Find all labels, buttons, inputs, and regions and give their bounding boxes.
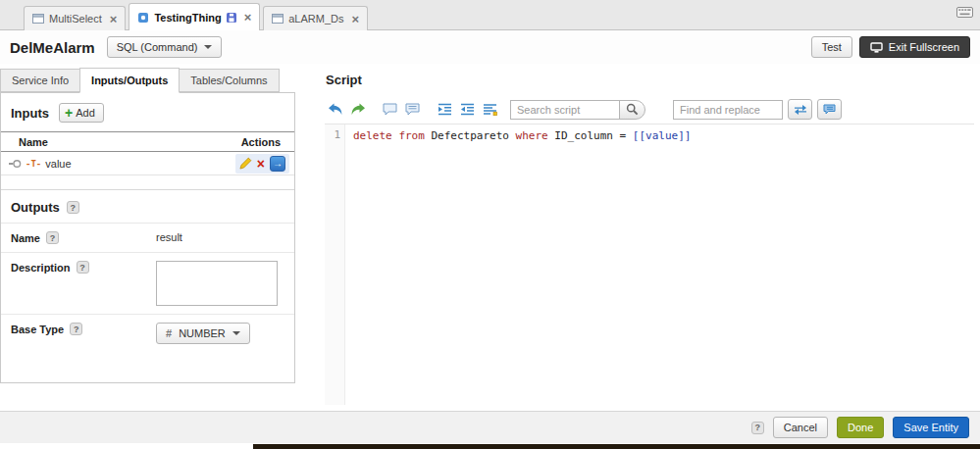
base-type-dropdown[interactable]: # NUMBER: [156, 323, 250, 344]
header-actions: Test Exit Fullscreen: [811, 36, 970, 58]
edit-icon[interactable]: [239, 157, 252, 170]
indent-button[interactable]: [435, 99, 455, 120]
window-icon: [32, 14, 44, 24]
script-toolbar: [325, 98, 842, 121]
uncomment-button[interactable]: [402, 99, 423, 120]
row-actions: × →: [235, 154, 289, 174]
output-description-row: Description ?: [1, 252, 294, 314]
inputs-header: Inputs + Add: [1, 93, 294, 131]
find-replace-input[interactable]: [673, 100, 783, 120]
undo-icon: [328, 103, 343, 116]
service-header: DelMeAlarm SQL (Command) Test Exit Fulls…: [0, 30, 980, 64]
window-icon: [272, 14, 284, 24]
search-button[interactable]: [619, 100, 645, 120]
number-type-icon: #: [166, 327, 172, 339]
taskbar-strip: [253, 444, 980, 449]
code-line[interactable]: delete from Defectpareto where ID_column…: [353, 128, 691, 143]
description-label-wrap: Description ?: [11, 261, 156, 274]
add-input-button[interactable]: + Add: [59, 103, 104, 123]
tab-label: aLARM_Ds: [288, 13, 343, 25]
format-button[interactable]: [480, 99, 500, 120]
replace-all-icon: [823, 104, 837, 116]
input-name: value: [45, 158, 71, 170]
window-tab-bar: MultiSelect × TestingThing × aLARM_Ds ×: [0, 0, 980, 30]
app-root: MultiSelect × TestingThing × aLARM_Ds ×: [0, 0, 980, 449]
tab-label: MultiSelect: [49, 13, 102, 25]
exit-fullscreen-button[interactable]: Exit Fullscreen: [859, 36, 970, 58]
inputs-table-header: Name Actions: [1, 131, 294, 152]
keyboard-shortcuts-button[interactable]: [956, 6, 973, 21]
output-name-label-wrap: Name ?: [11, 231, 156, 244]
outdent-icon: [460, 103, 475, 116]
delete-icon[interactable]: ×: [257, 157, 265, 171]
thing-icon: [137, 12, 149, 24]
tab-inputs-outputs[interactable]: Inputs/Outputs: [79, 68, 180, 93]
format-code-icon: [483, 103, 497, 116]
monitor-icon: [870, 42, 883, 53]
test-button[interactable]: Test: [811, 36, 852, 58]
cancel-button[interactable]: Cancel: [773, 417, 828, 438]
tab-alarm-ds[interactable]: aLARM_Ds ×: [263, 6, 368, 30]
replace-icon: [794, 104, 807, 116]
replace-all-button[interactable]: [817, 99, 842, 120]
output-name-label: Name: [11, 232, 40, 244]
exit-fullscreen-label: Exit Fullscreen: [889, 41, 959, 53]
help-icon[interactable]: ?: [46, 231, 59, 244]
open-arrow-icon[interactable]: →: [270, 156, 285, 172]
help-icon[interactable]: ?: [70, 323, 82, 335]
code-editor[interactable]: 1 delete from Defectpareto where ID_colu…: [325, 124, 974, 405]
description-textarea[interactable]: [156, 261, 278, 306]
base-type-label-wrap: Base Type ?: [11, 323, 156, 335]
search-icon: [626, 103, 639, 116]
tab-multiselect[interactable]: MultiSelect ×: [24, 6, 126, 30]
save-entity-button[interactable]: Save Entity: [893, 417, 969, 438]
comment-bubble-icon: [383, 103, 397, 116]
outdent-button[interactable]: [457, 99, 478, 120]
close-icon[interactable]: ×: [351, 13, 359, 25]
done-button[interactable]: Done: [837, 417, 884, 438]
output-name-row: Name ? result: [1, 223, 294, 252]
script-search: [510, 100, 645, 120]
chevron-down-icon: [204, 45, 212, 49]
tab-label: TestingThing: [154, 12, 221, 24]
plus-icon: +: [65, 106, 73, 120]
outputs-title: Outputs: [11, 200, 60, 215]
replace-button[interactable]: [788, 99, 812, 120]
column-header-name: Name: [19, 136, 48, 148]
undo-button[interactable]: [325, 99, 345, 120]
column-header-actions: Actions: [241, 136, 281, 148]
chevron-down-icon: [232, 331, 240, 335]
search-script-input[interactable]: [510, 100, 620, 120]
outputs-header: Outputs ?: [1, 190, 294, 223]
close-icon[interactable]: ×: [110, 13, 118, 25]
help-icon[interactable]: ?: [77, 261, 89, 274]
inputs-outputs-panel: Inputs + Add Name Actions -T- value × →: [0, 92, 295, 383]
output-name-value: result: [156, 231, 284, 244]
base-type-label: Base Type: [11, 324, 64, 335]
close-icon[interactable]: ×: [244, 11, 252, 24]
comment-lines-icon: [405, 103, 420, 116]
footer-bar: ? Cancel Done Save Entity: [0, 411, 980, 443]
tab-service-info[interactable]: Service Info: [0, 69, 80, 92]
comment-button[interactable]: [380, 99, 400, 120]
redo-button[interactable]: [347, 99, 368, 120]
base-type-value: NUMBER: [179, 327, 226, 339]
add-label: Add: [76, 107, 95, 119]
page-title: DelMeAlarm: [10, 39, 95, 56]
script-title: Script: [326, 73, 362, 87]
service-type-value: SQL (Command): [117, 41, 198, 53]
indent-icon: [438, 103, 452, 116]
input-row-value[interactable]: -T- value × →: [1, 152, 294, 175]
help-icon[interactable]: ?: [67, 201, 79, 214]
description-label: Description: [11, 262, 71, 274]
help-icon[interactable]: ?: [751, 422, 764, 434]
tab-testingthing[interactable]: TestingThing ×: [129, 3, 260, 30]
base-type-row: Base Type ? # NUMBER: [1, 314, 294, 352]
service-type-dropdown[interactable]: SQL (Command): [107, 36, 223, 58]
save-indicator-icon: [227, 13, 236, 23]
tab-tables-columns[interactable]: Tables/Columns: [179, 69, 279, 92]
line-number-gutter: 1: [325, 125, 345, 405]
line-number: 1: [334, 128, 340, 141]
string-basetype-icon: -T-: [26, 159, 41, 169]
subtab-bar: Service Info Inputs/Outputs Tables/Colum…: [0, 64, 279, 92]
